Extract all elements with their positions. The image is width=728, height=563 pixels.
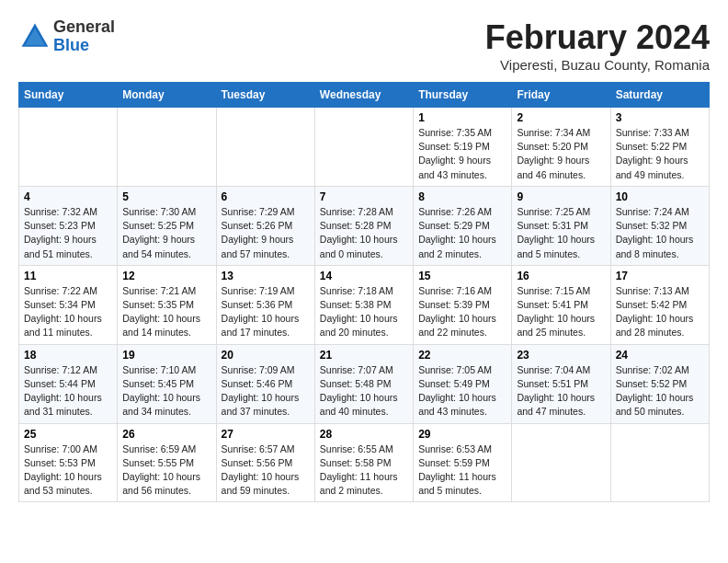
- day-number: 5: [122, 190, 210, 203]
- day-info: Sunrise: 7:25 AMSunset: 5:31 PMDaylight:…: [517, 205, 605, 261]
- calendar-week-row: 1Sunrise: 7:35 AMSunset: 5:19 PMDaylight…: [19, 108, 710, 187]
- col-thursday: Thursday: [414, 83, 512, 108]
- day-info: Sunrise: 7:12 AMSunset: 5:44 PMDaylight:…: [24, 363, 112, 419]
- page-header: General Blue February 2024 Viperesti, Bu…: [18, 18, 710, 73]
- calendar-table: Sunday Monday Tuesday Wednesday Thursday…: [18, 82, 710, 502]
- col-sunday: Sunday: [19, 83, 118, 108]
- day-info: Sunrise: 7:28 AMSunset: 5:28 PMDaylight:…: [320, 205, 408, 261]
- table-row: 11Sunrise: 7:22 AMSunset: 5:34 PMDayligh…: [19, 265, 118, 344]
- day-info: Sunrise: 7:35 AMSunset: 5:19 PMDaylight:…: [418, 126, 506, 182]
- day-info: Sunrise: 7:29 AMSunset: 5:26 PMDaylight:…: [222, 205, 310, 261]
- day-number: 1: [418, 111, 506, 124]
- day-info: Sunrise: 7:24 AMSunset: 5:32 PMDaylight:…: [616, 205, 704, 261]
- day-number: 11: [24, 270, 112, 282]
- col-wednesday: Wednesday: [314, 83, 413, 108]
- day-info: Sunrise: 7:21 AMSunset: 5:35 PMDaylight:…: [122, 284, 210, 340]
- table-row: 7Sunrise: 7:28 AMSunset: 5:28 PMDaylight…: [314, 186, 413, 265]
- day-info: Sunrise: 7:10 AMSunset: 5:45 PMDaylight:…: [122, 363, 210, 419]
- table-row: 28Sunrise: 6:55 AMSunset: 5:58 PMDayligh…: [314, 423, 413, 502]
- day-number: 25: [24, 428, 112, 441]
- day-info: Sunrise: 6:55 AMSunset: 5:58 PMDaylight:…: [320, 442, 408, 499]
- calendar-week-row: 4Sunrise: 7:32 AMSunset: 5:23 PMDaylight…: [19, 186, 710, 265]
- col-saturday: Saturday: [610, 83, 709, 108]
- table-row: 18Sunrise: 7:12 AMSunset: 5:44 PMDayligh…: [19, 344, 118, 423]
- table-row: 27Sunrise: 6:57 AMSunset: 5:56 PMDayligh…: [216, 423, 314, 502]
- subtitle: Viperesti, Buzau County, Romania: [485, 57, 710, 73]
- table-row: 10Sunrise: 7:24 AMSunset: 5:32 PMDayligh…: [610, 186, 709, 265]
- day-number: 9: [517, 190, 605, 203]
- day-number: 29: [418, 428, 506, 441]
- table-row: 5Sunrise: 7:30 AMSunset: 5:25 PMDaylight…: [118, 186, 216, 265]
- table-row: 19Sunrise: 7:10 AMSunset: 5:45 PMDayligh…: [118, 344, 216, 423]
- day-info: Sunrise: 7:26 AMSunset: 5:29 PMDaylight:…: [418, 205, 506, 261]
- table-row: [314, 108, 413, 187]
- calendar-week-row: 25Sunrise: 7:00 AMSunset: 5:53 PMDayligh…: [19, 423, 710, 502]
- day-info: Sunrise: 7:18 AMSunset: 5:38 PMDaylight:…: [320, 284, 408, 340]
- day-info: Sunrise: 7:09 AMSunset: 5:46 PMDaylight:…: [222, 363, 310, 419]
- day-info: Sunrise: 7:32 AMSunset: 5:23 PMDaylight:…: [24, 205, 112, 261]
- day-info: Sunrise: 7:34 AMSunset: 5:20 PMDaylight:…: [517, 126, 605, 182]
- day-number: 7: [320, 190, 408, 203]
- day-number: 17: [616, 270, 704, 282]
- day-number: 28: [320, 428, 408, 441]
- day-info: Sunrise: 7:02 AMSunset: 5:52 PMDaylight:…: [616, 363, 704, 419]
- day-info: Sunrise: 7:07 AMSunset: 5:48 PMDaylight:…: [320, 363, 408, 419]
- day-number: 23: [517, 349, 605, 362]
- logo-icon: [18, 20, 51, 53]
- day-number: 20: [222, 349, 310, 362]
- calendar-week-row: 11Sunrise: 7:22 AMSunset: 5:34 PMDayligh…: [19, 265, 710, 344]
- table-row: 1Sunrise: 7:35 AMSunset: 5:19 PMDaylight…: [414, 108, 512, 187]
- table-row: 20Sunrise: 7:09 AMSunset: 5:46 PMDayligh…: [216, 344, 314, 423]
- table-row: 21Sunrise: 7:07 AMSunset: 5:48 PMDayligh…: [314, 344, 413, 423]
- day-info: Sunrise: 6:57 AMSunset: 5:56 PMDaylight:…: [222, 442, 310, 499]
- calendar-week-row: 18Sunrise: 7:12 AMSunset: 5:44 PMDayligh…: [19, 344, 710, 423]
- day-number: 2: [517, 111, 605, 124]
- calendar-header-row: Sunday Monday Tuesday Wednesday Thursday…: [19, 83, 710, 108]
- day-info: Sunrise: 7:05 AMSunset: 5:49 PMDaylight:…: [418, 363, 506, 419]
- day-number: 24: [616, 349, 704, 362]
- day-number: 19: [122, 349, 210, 362]
- col-tuesday: Tuesday: [216, 83, 314, 108]
- table-row: 16Sunrise: 7:15 AMSunset: 5:41 PMDayligh…: [512, 265, 610, 344]
- day-info: Sunrise: 7:00 AMSunset: 5:53 PMDaylight:…: [24, 442, 112, 499]
- table-row: 14Sunrise: 7:18 AMSunset: 5:38 PMDayligh…: [314, 265, 413, 344]
- table-row: 4Sunrise: 7:32 AMSunset: 5:23 PMDaylight…: [19, 186, 118, 265]
- col-friday: Friday: [512, 83, 610, 108]
- main-title: February 2024: [485, 18, 710, 57]
- table-row: [19, 108, 118, 187]
- day-info: Sunrise: 7:13 AMSunset: 5:42 PMDaylight:…: [616, 284, 704, 340]
- table-row: 25Sunrise: 7:00 AMSunset: 5:53 PMDayligh…: [19, 423, 118, 502]
- table-row: 3Sunrise: 7:33 AMSunset: 5:22 PMDaylight…: [610, 108, 709, 187]
- table-row: 6Sunrise: 7:29 AMSunset: 5:26 PMDaylight…: [216, 186, 314, 265]
- day-number: 14: [320, 270, 408, 282]
- day-number: 8: [418, 190, 506, 203]
- day-number: 12: [122, 270, 210, 282]
- day-info: Sunrise: 7:16 AMSunset: 5:39 PMDaylight:…: [418, 284, 506, 340]
- table-row: 12Sunrise: 7:21 AMSunset: 5:35 PMDayligh…: [118, 265, 216, 344]
- day-number: 22: [418, 349, 506, 362]
- day-number: 21: [320, 349, 408, 362]
- logo-text: General Blue: [53, 18, 115, 55]
- col-monday: Monday: [118, 83, 216, 108]
- day-number: 16: [517, 270, 605, 282]
- table-row: [216, 108, 314, 187]
- table-row: [610, 423, 709, 502]
- day-info: Sunrise: 7:30 AMSunset: 5:25 PMDaylight:…: [122, 205, 210, 261]
- day-number: 15: [418, 270, 506, 282]
- table-row: 26Sunrise: 6:59 AMSunset: 5:55 PMDayligh…: [118, 423, 216, 502]
- logo: General Blue: [18, 18, 115, 55]
- day-info: Sunrise: 7:04 AMSunset: 5:51 PMDaylight:…: [517, 363, 605, 419]
- title-block: February 2024 Viperesti, Buzau County, R…: [485, 18, 710, 73]
- table-row: 17Sunrise: 7:13 AMSunset: 5:42 PMDayligh…: [610, 265, 709, 344]
- day-info: Sunrise: 7:19 AMSunset: 5:36 PMDaylight:…: [222, 284, 310, 340]
- table-row: 13Sunrise: 7:19 AMSunset: 5:36 PMDayligh…: [216, 265, 314, 344]
- day-number: 26: [122, 428, 210, 441]
- table-row: 23Sunrise: 7:04 AMSunset: 5:51 PMDayligh…: [512, 344, 610, 423]
- day-number: 13: [222, 270, 310, 282]
- day-number: 4: [24, 190, 112, 203]
- table-row: 9Sunrise: 7:25 AMSunset: 5:31 PMDaylight…: [512, 186, 610, 265]
- day-number: 6: [222, 190, 310, 203]
- day-number: 27: [222, 428, 310, 441]
- table-row: 29Sunrise: 6:53 AMSunset: 5:59 PMDayligh…: [414, 423, 512, 502]
- day-number: 18: [24, 349, 112, 362]
